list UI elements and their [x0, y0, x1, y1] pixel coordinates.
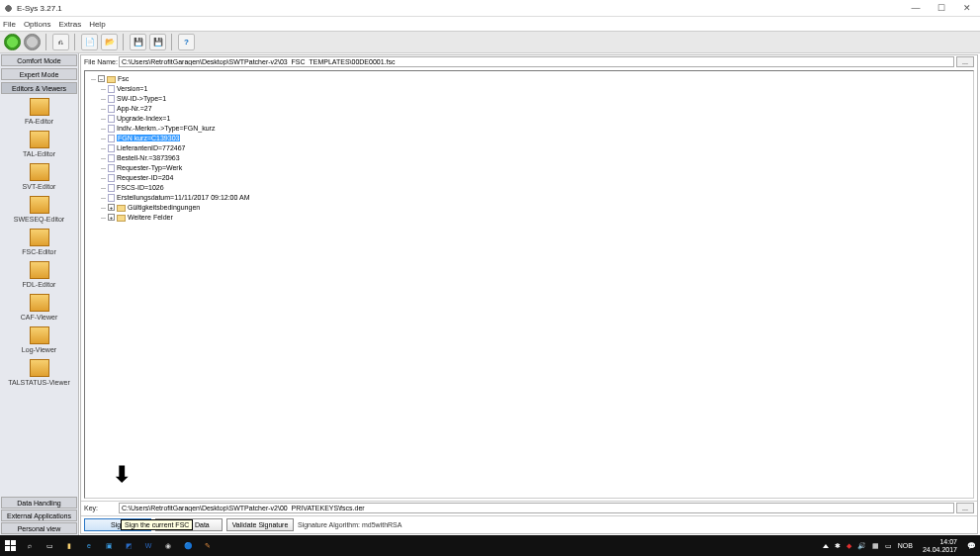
tray-volume-icon[interactable]: 🔊: [857, 542, 866, 550]
tal-editor-icon: [30, 131, 49, 148]
tree-toggle[interactable]: +: [108, 204, 115, 211]
tree-leaf[interactable]: FGN kurz=C139303: [108, 134, 970, 143]
word-icon[interactable]: W: [138, 535, 158, 556]
fdl-editor-icon: [30, 261, 49, 279]
key-input[interactable]: [119, 503, 954, 513]
save-button[interactable]: 💾: [130, 34, 146, 50]
app-icon: [3, 3, 14, 14]
tray-lang[interactable]: NOB: [898, 542, 913, 549]
menu-options[interactable]: Options: [24, 20, 51, 29]
tree-leaf[interactable]: Requester-ID=204: [108, 173, 970, 183]
tab-external-apps[interactable]: External Applications: [1, 510, 77, 521]
tab-expert-mode[interactable]: Expert Mode: [1, 68, 77, 80]
validate-signature-button[interactable]: Validate Signature: [226, 518, 294, 531]
folder-icon: [107, 76, 116, 83]
leaf-icon: [108, 174, 115, 182]
file-name-input[interactable]: [119, 56, 954, 67]
connect-button[interactable]: [4, 34, 21, 50]
close-button[interactable]: ✕: [954, 1, 980, 16]
caf-viewer-icon: [30, 294, 49, 312]
notifications-icon[interactable]: 💬: [967, 542, 976, 550]
tree-toggle[interactable]: +: [108, 214, 115, 221]
start-button[interactable]: [0, 535, 20, 556]
browse-file-button[interactable]: ...: [956, 56, 974, 67]
tray-icon-2[interactable]: ◆: [846, 542, 851, 550]
tree-leaf[interactable]: FSCS-ID=1026: [108, 183, 970, 193]
leaf-icon: [108, 164, 115, 172]
tab-personal-view[interactable]: Personal view: [1, 522, 77, 534]
menubar: File Options Extras Help: [0, 17, 980, 31]
sidebar-item-caf-viewer[interactable]: CAF-Viewer: [0, 291, 78, 324]
tree-leaf[interactable]: Erstellungsdatum=11/11/2017 09:12:00 AM: [108, 193, 970, 203]
search-icon[interactable]: ⌕: [20, 535, 40, 556]
outlook-icon[interactable]: ◩: [119, 535, 138, 556]
tree-leaf[interactable]: Bestell-Nr.=3873963: [108, 153, 970, 163]
maximize-button[interactable]: ☐: [929, 1, 954, 16]
leaf-icon: [108, 135, 115, 142]
sidebar-item-svt-editor[interactable]: SVT-Editor: [0, 160, 78, 193]
sidebar-item-talstatus-viewer[interactable]: TALSTATUS-Viewer: [0, 356, 78, 389]
toolbar: ⎌ 📄 📂 💾 💾 ?: [0, 31, 980, 53]
tray-battery-icon[interactable]: ▭: [885, 542, 892, 550]
toolbar-btn-1[interactable]: ⎌: [52, 34, 69, 50]
leaf-icon: [108, 144, 115, 152]
folder-icon: [117, 215, 126, 222]
sidebar-item-tal-editor[interactable]: TAL-Editor: [0, 128, 78, 160]
taskbar-clock[interactable]: 14:07 24.04.2017: [919, 538, 961, 554]
tab-comfort-mode[interactable]: Comfort Mode: [1, 54, 77, 66]
sweseq-editor-icon: [30, 196, 49, 214]
edge-icon[interactable]: e: [79, 535, 99, 556]
tree-leaf[interactable]: Version=1: [108, 84, 970, 94]
sidebar-item-log-viewer[interactable]: Log-Viewer: [0, 324, 78, 356]
menu-file[interactable]: File: [3, 20, 16, 29]
tree-leaf[interactable]: Requester-Typ=Werk: [108, 163, 970, 173]
minimize-button[interactable]: —: [903, 1, 929, 16]
tree-leaf[interactable]: App-Nr.=27: [108, 104, 970, 114]
leaf-icon: [108, 184, 115, 192]
tree-root[interactable]: Fsc: [118, 75, 129, 82]
explorer-icon[interactable]: ▮: [59, 535, 79, 556]
tree-leaf[interactable]: Upgrade-Index=1: [108, 114, 970, 124]
store-icon[interactable]: ▣: [99, 535, 119, 556]
tree-leaf[interactable]: LieferantenID=772467: [108, 143, 970, 153]
window-title: E-Sys 3.27.1: [17, 4, 903, 13]
tray-icon-1[interactable]: ✱: [835, 542, 841, 550]
system-tray: ✱ ◆ 🔊 ▦ ▭ NOB 14:07 24.04.2017 💬: [823, 538, 980, 554]
esys-taskbar-icon[interactable]: ◉: [158, 535, 178, 556]
log-viewer-icon: [30, 326, 49, 344]
tree-leaf[interactable]: Indiv.-Merkm.->Type=FGN_kurz: [108, 124, 970, 134]
browse-key-button[interactable]: ...: [956, 503, 974, 513]
sidebar-item-fdl-editor[interactable]: FDL-Editor: [0, 258, 78, 291]
saveas-button[interactable]: 💾: [149, 34, 166, 50]
tree-folder[interactable]: +Gültigkeitsbedingungen: [108, 203, 970, 213]
sidebar-item-fa-editor[interactable]: FA-Editor: [0, 95, 78, 128]
actions-row: Sign Validate Data Validate Signature Si…: [81, 515, 977, 533]
fa-editor-icon: [30, 98, 49, 116]
tree-leaf[interactable]: SW-ID->Type=1: [108, 94, 970, 104]
app-icon-2[interactable]: ✎: [198, 535, 218, 556]
help-button[interactable]: ?: [178, 34, 195, 50]
tree-toggle[interactable]: −: [98, 75, 105, 82]
sidebar-item-sweseq-editor[interactable]: SWESEQ-Editor: [0, 193, 78, 226]
new-button[interactable]: 📄: [81, 34, 98, 50]
menu-extras[interactable]: Extras: [58, 20, 81, 29]
signature-algorithm-label: Signature Algorithm: md5withRSA: [298, 521, 401, 528]
tab-data-handling[interactable]: Data Handling: [1, 497, 77, 509]
taskbar: ⌕ ▭ ▮ e ▣ ◩ W ◉ 🔵 ✎ ✱ ◆ 🔊 ▦ ▭ NOB 14:07 …: [0, 535, 980, 556]
file-name-label: File Name:: [84, 58, 119, 65]
leaf-icon: [108, 154, 115, 162]
disconnect-button[interactable]: [24, 34, 41, 50]
key-row: Key: ...: [81, 501, 977, 515]
chrome-icon[interactable]: 🔵: [178, 535, 198, 556]
tray-network-icon[interactable]: ▦: [872, 542, 879, 550]
open-button[interactable]: 📂: [101, 34, 118, 50]
sidebar-item-fsc-editor[interactable]: FSC-Editor: [0, 226, 78, 258]
tree-folder[interactable]: +Weitere Felder: [108, 213, 970, 223]
tree-area[interactable]: −Fsc Version=1SW-ID->Type=1App-Nr.=27Upg…: [84, 70, 974, 499]
leaf-icon: [108, 125, 115, 133]
tab-editors-viewers[interactable]: Editors & Viewers: [1, 82, 77, 94]
leaf-icon: [108, 85, 115, 93]
menu-help[interactable]: Help: [89, 20, 105, 29]
tray-expand-icon[interactable]: [823, 544, 829, 548]
taskview-icon[interactable]: ▭: [40, 535, 59, 556]
